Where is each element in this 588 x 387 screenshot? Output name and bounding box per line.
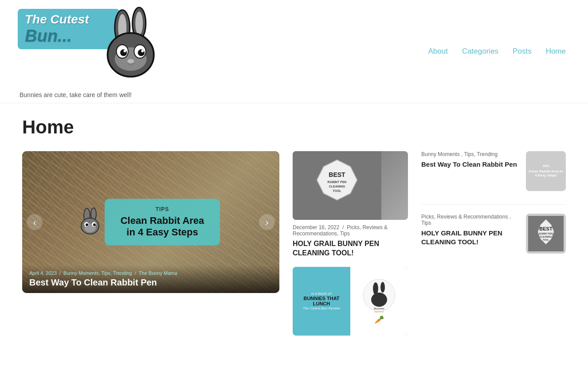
logo-area: The Cutest Bun...: [18, 4, 160, 98]
svg-text:RABBIT PEN: RABBIT PEN: [539, 232, 553, 235]
right-article-2-cats: Picks, Reviews & Recommendations , Tips: [421, 214, 519, 226]
right-article-1: Bunny Moments , Tips, Trending Best Way …: [421, 151, 566, 191]
svg-text:BEST: BEST: [539, 226, 553, 231]
mid-article-1-title[interactable]: HOLY GRAIL BUNNY PEN CLEANING TOOL!: [293, 239, 408, 258]
slide-bunny-small: [78, 207, 102, 236]
right-article-2-info: Picks, Reviews & Recommendations , Tips …: [421, 214, 519, 246]
right-article-2: Picks, Reviews & Recommendations , Tips …: [421, 214, 566, 254]
bunnies-lunch-left: Is it Worth it? BUNNIES THAT LUNCH The C…: [293, 267, 350, 336]
bunnies-lunch-image: Is it Worth it? BUNNIES THAT LUNCH The C…: [293, 267, 408, 336]
right-column: Bunny Moments , Tips, Trending Best Way …: [421, 151, 566, 349]
slide-date: April 4, 2023: [29, 270, 57, 276]
slide-meta: April 4, 2023 / Bunny Moments, Tips, Tre…: [29, 270, 272, 276]
header: The Cutest Bun...: [0, 0, 588, 103]
right-thumb-2-svg: BEST RABBIT PEN CLEANING TOOL: [528, 216, 564, 251]
right-article-1-thumb: TIPS Clean Rabbit Area in 4 Easy Steps: [526, 151, 566, 191]
slide-overlay-card: TIPS Clean Rabbit Area in 4 Easy Steps: [105, 199, 220, 246]
bunnies-lunch-logo: Bunnies that lunch: [361, 278, 397, 313]
slider-prev-button[interactable]: ‹: [27, 214, 43, 230]
svg-point-34: [371, 293, 387, 307]
logo-container: The Cutest Bun...: [18, 4, 160, 89]
right-article-1-info: Bunny Moments , Tips, Trending Best Way …: [421, 151, 519, 169]
svg-text:Bunnies: Bunnies: [374, 307, 384, 310]
right-article-1-cats: Bunny Moments , Tips, Trending: [421, 151, 519, 157]
nav-categories[interactable]: Categories: [462, 47, 498, 56]
bunnies-lunch-small-text: Is it Worth it?: [311, 292, 332, 296]
slider-next-button[interactable]: ›: [259, 214, 275, 230]
bunny-logo-icon: [98, 4, 160, 84]
main-content: TIPS Clean Rabbit Area in 4 Easy Steps A…: [0, 147, 588, 367]
mid-article-1-meta: December 16, 2022 / Picks, Reviews & Rec…: [293, 224, 408, 237]
slide-info: April 4, 2023 / Bunny Moments, Tips, Tre…: [22, 265, 279, 293]
svg-point-22: [86, 224, 88, 227]
slide-main-title: Best Way To Clean Rabbit Pen: [29, 278, 272, 288]
carrot-icon: 🥕: [374, 315, 384, 324]
page-title: Home: [22, 117, 566, 138]
featured-slider: TIPS Clean Rabbit Area in 4 Easy Steps A…: [22, 151, 279, 293]
nav-posts[interactable]: Posts: [513, 47, 532, 56]
slide-author: The Bunny Mama: [139, 270, 177, 276]
svg-text:TOOL: TOOL: [333, 189, 341, 192]
mid-article-1-date: December 16, 2022: [293, 224, 339, 231]
mid-article-2-image: Is it Worth it? BUNNIES THAT LUNCH The C…: [293, 267, 408, 336]
bunnies-lunch-right: Bunnies that lunch 🥕: [350, 267, 408, 336]
bunnies-lunch-main-text: BUNNIES THAT LUNCH: [295, 296, 348, 306]
svg-text:BEST: BEST: [329, 171, 345, 178]
slide-overlay-title: Clean Rabbit Area in 4 Easy Steps: [115, 215, 209, 238]
svg-point-8: [120, 49, 127, 56]
right-thumb-1-label: TIPS Clean Rabbit Area in 4 Easy Steps: [528, 164, 564, 178]
best-tool-image-bg: BEST RABBIT PEN CLEANING TOOL: [293, 151, 408, 220]
bunnies-lunch-sub-text: The Cutest Bun Review: [303, 306, 340, 310]
svg-point-33: [380, 282, 385, 293]
svg-text:TOOL: TOOL: [543, 238, 549, 241]
mid-article-2: Is it Worth it? BUNNIES THAT LUNCH The C…: [293, 267, 408, 340]
svg-point-12: [127, 59, 134, 63]
svg-text:that lunch: that lunch: [374, 310, 384, 313]
svg-point-23: [93, 224, 96, 227]
middle-column: BEST RABBIT PEN CLEANING TOOL December 1…: [293, 151, 408, 349]
page-title-area: Home: [0, 103, 588, 147]
slide-categories: Bunny Moments, Tips, Trending: [63, 270, 132, 276]
svg-point-10: [124, 50, 126, 52]
tips-label: TIPS: [115, 206, 209, 212]
svg-text:CLEANING: CLEANING: [540, 235, 552, 238]
right-article-2-thumb: BEST RABBIT PEN CLEANING TOOL: [526, 214, 566, 254]
svg-point-3: [135, 12, 143, 35]
section-divider-1: [421, 204, 566, 205]
mid-article-1-image: BEST RABBIT PEN CLEANING TOOL: [293, 151, 408, 220]
nav-about[interactable]: About: [428, 47, 447, 56]
mid-article-1: BEST RABBIT PEN CLEANING TOOL December 1…: [293, 151, 408, 258]
right-article-2-title[interactable]: HOLY GRAIL BUNNY PEN CLEANING TOOL!: [421, 229, 519, 246]
svg-text:RABBIT PEN: RABBIT PEN: [328, 180, 347, 184]
nav-home[interactable]: Home: [546, 47, 566, 56]
svg-point-9: [138, 49, 145, 56]
svg-text:CLEANING: CLEANING: [329, 185, 345, 188]
main-nav: About Categories Posts Home: [428, 47, 566, 56]
right-article-1-title[interactable]: Best Way To Clean Rabbit Pen: [421, 160, 519, 169]
svg-point-11: [141, 50, 144, 52]
tagline: Bunnies are cute, take care of them well…: [20, 91, 132, 98]
